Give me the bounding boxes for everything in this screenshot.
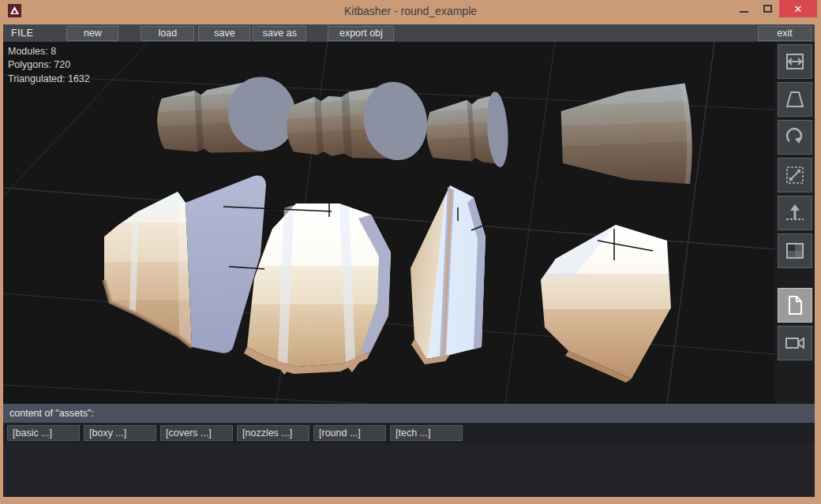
- pull-up-tool-button[interactable]: [778, 196, 812, 230]
- module-7[interactable]: [410, 185, 485, 364]
- export-obj-button[interactable]: export obj: [328, 26, 394, 41]
- rotate-icon: [785, 127, 805, 147]
- scale-tool-button[interactable]: [778, 158, 812, 192]
- rotate-tool-button[interactable]: [778, 120, 812, 155]
- scale-icon: [785, 165, 805, 185]
- taper-icon: [785, 89, 805, 110]
- stretch-horizontal-tool-button[interactable]: [778, 44, 812, 79]
- scene-stats: Modules: 8 Polygons: 720 Triangulated: 1…: [8, 45, 90, 86]
- asset-group-covers[interactable]: [covers ...]: [160, 425, 233, 441]
- close-button[interactable]: ✕: [779, 0, 817, 17]
- stat-polygons: Polygons: 720: [8, 58, 90, 72]
- load-button[interactable]: load: [141, 26, 194, 41]
- save-as-button[interactable]: save as: [253, 26, 306, 41]
- right-toolbar: [775, 42, 815, 404]
- asset-group-tech[interactable]: [tech ...]: [390, 425, 463, 441]
- new-button[interactable]: new: [66, 26, 118, 41]
- asset-group-nozzles[interactable]: [nozzles ...]: [237, 425, 309, 441]
- titlebar: Kitbasher - round_example ✕: [0, 0, 821, 24]
- assets-header-label: content of "assets":: [9, 408, 94, 419]
- stat-triangulated: Triangulated: 1632: [8, 73, 90, 86]
- stat-modules: Modules: 8: [8, 45, 90, 58]
- save-button[interactable]: save: [198, 26, 250, 41]
- camera-icon: [785, 333, 805, 353]
- scene-canvas: [3, 42, 775, 404]
- minimize-button[interactable]: [732, 0, 755, 17]
- asset-group-basic[interactable]: [basic ...]: [7, 425, 80, 441]
- close-icon: ✕: [794, 3, 803, 15]
- module-1[interactable]: [155, 71, 302, 160]
- quad-view-tool-button[interactable]: [778, 233, 812, 268]
- minimize-icon: [740, 11, 748, 13]
- menubar: FILE new load save save as export obj ex…: [3, 24, 815, 42]
- quad-view-icon: [785, 241, 805, 261]
- pull-up-icon: [785, 203, 805, 223]
- assets-button-row: [basic ...] [boxy ...] [covers ...] [noz…: [3, 423, 815, 443]
- module-6[interactable]: [244, 203, 391, 375]
- stretch-horizontal-icon: [785, 51, 805, 72]
- file-menu-label: FILE: [11, 28, 33, 39]
- maximize-icon: [763, 5, 772, 13]
- asset-group-boxy[interactable]: [boxy ...]: [84, 425, 156, 441]
- viewport-3d[interactable]: Modules: 8 Polygons: 720 Triangulated: 1…: [3, 42, 775, 404]
- module-4[interactable]: [560, 83, 694, 189]
- page-tool-button[interactable]: [778, 288, 812, 323]
- assets-panel-header: content of "assets":: [3, 404, 815, 423]
- taper-tool-button[interactable]: [778, 82, 812, 117]
- page-icon: [785, 295, 805, 315]
- assets-empty-area: [3, 443, 815, 497]
- asset-group-round[interactable]: [round ...]: [313, 425, 386, 441]
- module-8[interactable]: [541, 225, 671, 383]
- exit-button[interactable]: exit: [758, 26, 812, 41]
- window-title: Kitbasher - round_example: [0, 5, 821, 17]
- module-2[interactable]: [284, 77, 433, 170]
- module-3[interactable]: [424, 91, 510, 172]
- camera-tool-button[interactable]: [778, 326, 812, 360]
- maximize-button[interactable]: [755, 0, 779, 17]
